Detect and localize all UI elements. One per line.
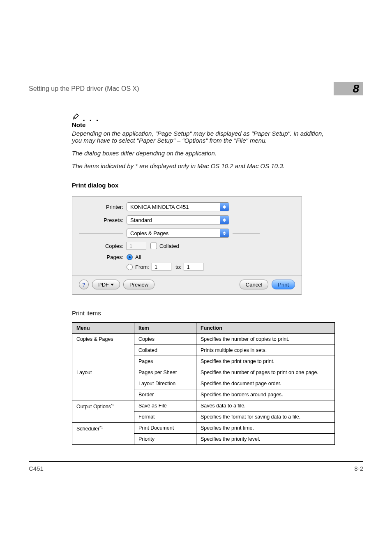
print-items-table: Menu Item Function Copies & Pages Copies… — [72, 322, 335, 445]
header-rule — [29, 98, 363, 98]
header-title: Setting up the PPD driver (Mac OS X) — [29, 85, 139, 92]
pages-from-label: From: — [135, 264, 149, 270]
table-row: Layout Pages per Sheet Specifies the num… — [72, 367, 335, 378]
pages-label: Pages: — [79, 254, 127, 260]
printer-label: Printer: — [79, 204, 127, 210]
page: Setting up the PPD driver (Mac OS X) 8 .… — [0, 0, 392, 555]
printer-select[interactable]: KONICA MINOLTA C451 — [127, 202, 229, 211]
cancel-button[interactable]: Cancel — [240, 280, 268, 289]
pdf-button-label: PDF — [98, 282, 109, 288]
menu-label: Scheduler — [76, 426, 99, 432]
ellipsis-icon: . . . — [83, 116, 99, 120]
pane-separator-row: Copies & Pages — [79, 229, 295, 238]
pages-all-label: All — [135, 254, 141, 260]
presets-label: Presets: — [79, 217, 127, 223]
col-item: Item — [134, 323, 196, 334]
item-cell: Format — [134, 412, 196, 423]
page-footer: C451 8-2 — [29, 465, 363, 472]
printer-value: KONICA MINOLTA C451 — [130, 204, 189, 210]
select-stepper-icon — [220, 229, 229, 237]
printer-row: Printer: KONICA MINOLTA C451 — [79, 202, 295, 211]
select-stepper-icon — [220, 203, 229, 211]
menu-cell: Output Options*2 — [72, 400, 134, 423]
presets-select[interactable]: Standard — [127, 215, 229, 224]
function-cell: Prints multiple copies in sets. — [196, 345, 335, 356]
pages-from-radio[interactable] — [127, 264, 133, 270]
function-cell: Specifies the document page order. — [196, 378, 335, 389]
section-heading: Print dialog box — [72, 182, 335, 189]
presets-row: Presets: Standard — [79, 215, 295, 224]
svg-line-1 — [74, 117, 76, 118]
print-button[interactable]: Print — [272, 280, 295, 289]
item-cell: Border — [134, 389, 196, 400]
table-header-row: Menu Item Function — [72, 323, 335, 334]
separator-line-left — [79, 233, 123, 234]
table-row: Copies & Pages Copies Specifies the numb… — [72, 334, 335, 345]
dialog-footer: ? PDF Preview Cancel Print — [79, 280, 295, 289]
item-cell: Copies — [134, 334, 196, 345]
table-row: Scheduler*1 Print Document Specifies the… — [72, 423, 335, 434]
note-paragraph-1: Depending on the application, "Page Setu… — [72, 130, 335, 144]
footer-right: 8-2 — [354, 465, 363, 472]
col-menu: Menu — [72, 323, 134, 334]
svg-marker-0 — [73, 114, 78, 119]
menu-sup: *1 — [99, 425, 103, 429]
item-cell: Priority — [134, 434, 196, 445]
menu-cell: Layout — [72, 367, 134, 400]
function-cell: Specifies the priority level. — [196, 434, 335, 445]
preview-button[interactable]: Preview — [123, 280, 154, 289]
pencil-icon — [72, 112, 80, 120]
pdf-button[interactable]: PDF — [92, 280, 120, 289]
collated-checkbox[interactable] — [150, 243, 157, 249]
pages-from-input[interactable]: 1 — [152, 263, 171, 271]
function-cell: Specifies the format for saving data to … — [196, 412, 335, 423]
select-stepper-icon — [220, 216, 229, 224]
pages-row: Pages: All From: 1 to: 1 — [79, 254, 295, 271]
function-cell: Saves data to a file. — [196, 400, 335, 412]
footer-left: C451 — [29, 465, 44, 472]
collated-label: Collated — [159, 243, 179, 249]
menu-sup: *2 — [111, 403, 114, 407]
presets-value: Standard — [130, 217, 152, 223]
pane-select[interactable]: Copies & Pages — [127, 229, 229, 238]
note-paragraph-2: The dialog boxes differ depending on the… — [72, 150, 335, 157]
function-cell: Specifies the borders around pages. — [196, 389, 335, 400]
item-cell: Print Document — [134, 423, 196, 434]
copies-input[interactable]: 1 — [127, 242, 146, 250]
function-cell: Specifies the print time. — [196, 423, 335, 434]
table-row: Output Options*2 Save as File Saves data… — [72, 400, 335, 412]
chapter-number-badge: 8 — [334, 82, 363, 95]
footer-rule — [29, 461, 363, 462]
item-cell: Pages per Sheet — [134, 367, 196, 378]
chevron-down-icon — [111, 284, 114, 286]
print-dialog: Printer: KONICA MINOLTA C451 Presets: St… — [72, 196, 302, 295]
function-cell: Specifies the print range to print. — [196, 356, 335, 367]
separator-line-right — [233, 233, 260, 234]
note-icon-row: . . . — [72, 112, 335, 120]
print-items-heading: Print items — [72, 310, 363, 317]
help-button[interactable]: ? — [79, 280, 89, 289]
pages-to-label: to: — [175, 264, 181, 270]
pages-to-input[interactable]: 1 — [184, 263, 203, 271]
item-cell: Pages — [134, 356, 196, 367]
note-label: Note — [72, 121, 335, 128]
copies-row: Copies: 1 Collated — [79, 242, 295, 250]
col-function: Function — [196, 323, 335, 334]
function-cell: Specifies the number of copies to print. — [196, 334, 335, 345]
item-cell: Save as File — [134, 400, 196, 412]
note-paragraph-3: The items indicated by * are displayed o… — [72, 162, 335, 169]
menu-cell: Scheduler*1 — [72, 423, 134, 445]
dialog-separator — [72, 275, 302, 275]
pane-value: Copies & Pages — [130, 230, 168, 236]
item-cell: Collated — [134, 345, 196, 356]
page-header: Setting up the PPD driver (Mac OS X) 8 — [29, 82, 363, 95]
menu-cell: Copies & Pages — [72, 334, 134, 367]
item-cell: Layout Direction — [134, 378, 196, 389]
function-cell: Specifies the number of pages to print o… — [196, 367, 335, 378]
copies-label: Copies: — [79, 243, 127, 249]
content-column: . . . Note Depending on the application,… — [72, 112, 335, 295]
pages-all-radio[interactable] — [127, 254, 133, 260]
menu-label: Output Options — [76, 404, 111, 409]
